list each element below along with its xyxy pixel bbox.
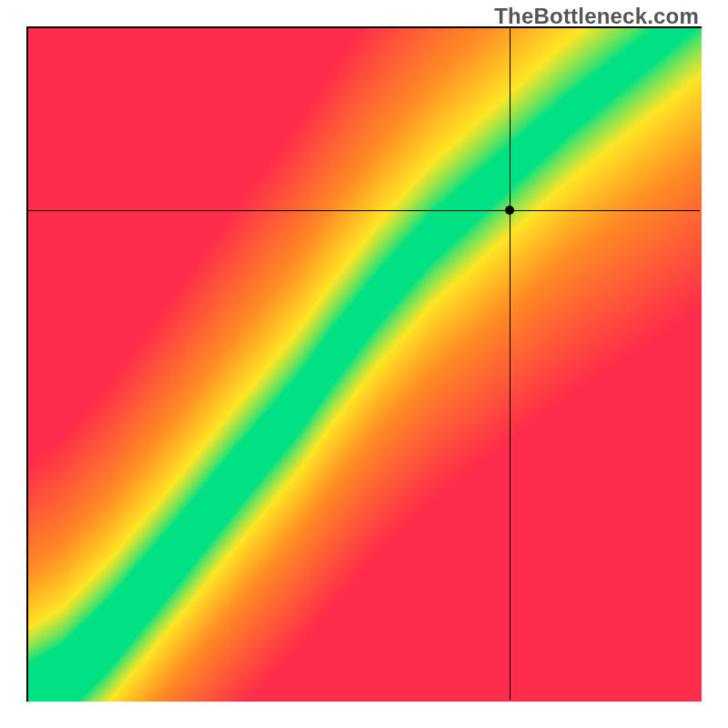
heatmap-plot (26, 26, 702, 702)
heatmap-canvas (28, 28, 702, 702)
watermark-text: TheBottleneck.com (494, 4, 699, 29)
